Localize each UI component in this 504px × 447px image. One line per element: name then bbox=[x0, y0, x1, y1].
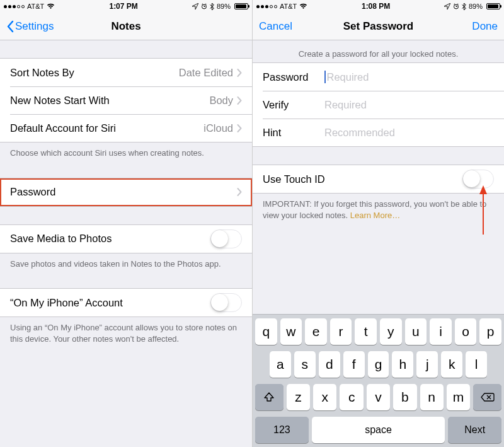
key-c[interactable]: c bbox=[340, 384, 363, 410]
shift-icon bbox=[263, 392, 275, 403]
field-label: Verify bbox=[263, 99, 324, 111]
bluetooth-icon bbox=[210, 3, 214, 10]
signal-dots-icon bbox=[256, 5, 277, 8]
password-input[interactable] bbox=[327, 71, 495, 83]
row-label: Password bbox=[10, 186, 55, 198]
field-label: Hint bbox=[263, 127, 324, 139]
keyboard: q w e r t y u i o p a s d f g h j k l bbox=[253, 314, 504, 447]
row-value: iCloud bbox=[203, 122, 233, 134]
battery-icon bbox=[486, 3, 500, 9]
phone-right: AT&T 1:08 PM 89% Cancel Set Password Don… bbox=[252, 0, 504, 447]
field-label: Password bbox=[263, 71, 324, 83]
row-label: Sort Notes By bbox=[10, 67, 74, 79]
row-default-account-siri[interactable]: Default Account for Siri iCloud bbox=[0, 114, 252, 142]
key-l[interactable]: l bbox=[466, 351, 487, 378]
key-t[interactable]: t bbox=[355, 318, 377, 345]
back-label: Settings bbox=[15, 20, 54, 33]
carrier-label: AT&T bbox=[280, 3, 297, 10]
key-o[interactable]: o bbox=[455, 318, 477, 345]
bluetooth-icon bbox=[462, 3, 466, 10]
key-f[interactable]: f bbox=[343, 351, 365, 378]
done-button[interactable]: Done bbox=[472, 20, 498, 33]
settings-content[interactable]: Sort Notes By Date Edited New Notes Star… bbox=[0, 40, 252, 447]
footer-on-my-iphone: Using an “On My iPhone” account allows y… bbox=[0, 317, 252, 352]
key-space[interactable]: space bbox=[312, 417, 445, 443]
key-z[interactable]: z bbox=[287, 384, 310, 410]
key-x[interactable]: x bbox=[313, 384, 336, 410]
toggle-on-my-iphone[interactable] bbox=[210, 293, 242, 312]
key-j[interactable]: j bbox=[416, 351, 438, 378]
nav-bar: Cancel Set Password Done bbox=[253, 13, 504, 40]
row-use-touch-id[interactable]: Use Touch ID bbox=[253, 165, 504, 193]
row-value: Date Edited bbox=[179, 67, 233, 79]
field-password[interactable]: Password bbox=[253, 63, 504, 91]
key-r[interactable]: r bbox=[330, 318, 352, 345]
key-u[interactable]: u bbox=[405, 318, 427, 345]
key-b[interactable]: b bbox=[393, 384, 416, 410]
cancel-button[interactable]: Cancel bbox=[259, 20, 292, 33]
footer-important: IMPORTANT: If you forget this password, … bbox=[253, 194, 504, 228]
chevron-right-icon bbox=[237, 69, 242, 77]
key-k[interactable]: k bbox=[441, 351, 462, 378]
alarm-icon bbox=[201, 3, 207, 9]
back-button[interactable]: Settings bbox=[6, 20, 54, 33]
row-sort-notes[interactable]: Sort Notes By Date Edited bbox=[0, 59, 252, 86]
row-new-notes-start[interactable]: New Notes Start With Body bbox=[0, 86, 252, 114]
row-label: “On My iPhone” Account bbox=[10, 297, 123, 309]
location-icon bbox=[444, 3, 450, 9]
signal-dots-icon bbox=[4, 5, 25, 8]
toggle-touch-id[interactable] bbox=[462, 170, 494, 189]
status-bar: AT&T 1:08 PM 89% bbox=[253, 0, 504, 13]
nav-bar: Settings Notes bbox=[0, 13, 252, 40]
row-save-media[interactable]: Save Media to Photos bbox=[0, 225, 252, 253]
learn-more-link[interactable]: Learn More… bbox=[350, 211, 400, 220]
key-delete[interactable] bbox=[473, 384, 501, 410]
row-label: Use Touch ID bbox=[263, 173, 325, 185]
row-password[interactable]: Password bbox=[0, 178, 252, 206]
footer-media: Save photos and videos taken in Notes to… bbox=[0, 253, 252, 277]
key-a[interactable]: a bbox=[270, 351, 291, 378]
alarm-icon bbox=[453, 3, 459, 9]
done-label: Done bbox=[472, 20, 498, 33]
battery-percent-label: 89% bbox=[217, 3, 231, 10]
phone-left: AT&T 1:07 PM 89% Settings Notes bbox=[0, 0, 252, 447]
cancel-label: Cancel bbox=[259, 20, 292, 33]
key-next[interactable]: Next bbox=[448, 417, 501, 443]
battery-percent-label: 89% bbox=[469, 3, 483, 10]
key-numbers[interactable]: 123 bbox=[255, 417, 309, 443]
set-password-content[interactable]: Create a password for all your locked no… bbox=[253, 40, 504, 314]
chevron-right-icon bbox=[237, 188, 242, 196]
key-w[interactable]: w bbox=[280, 318, 302, 345]
header-description: Create a password for all your locked no… bbox=[253, 40, 504, 62]
location-icon bbox=[192, 3, 198, 9]
row-label: Save Media to Photos bbox=[10, 233, 112, 245]
key-g[interactable]: g bbox=[368, 351, 389, 378]
row-value: Body bbox=[209, 95, 233, 107]
key-shift[interactable] bbox=[255, 384, 284, 410]
toggle-save-media[interactable] bbox=[210, 229, 242, 248]
key-d[interactable]: d bbox=[319, 351, 340, 378]
key-h[interactable]: h bbox=[392, 351, 413, 378]
status-bar: AT&T 1:07 PM 89% bbox=[0, 0, 252, 13]
key-s[interactable]: s bbox=[294, 351, 316, 378]
key-m[interactable]: m bbox=[447, 384, 470, 410]
key-p[interactable]: p bbox=[479, 318, 501, 345]
hint-input[interactable] bbox=[324, 127, 494, 139]
key-n[interactable]: n bbox=[420, 384, 444, 410]
row-on-my-iphone[interactable]: “On My iPhone” Account bbox=[0, 289, 252, 316]
footer-siri: Choose which account Siri uses when crea… bbox=[0, 142, 252, 166]
backspace-icon bbox=[481, 392, 495, 402]
battery-icon bbox=[234, 3, 248, 9]
wifi-icon bbox=[47, 3, 55, 9]
verify-input[interactable] bbox=[324, 99, 494, 111]
key-e[interactable]: e bbox=[305, 318, 327, 345]
field-verify[interactable]: Verify bbox=[253, 91, 504, 119]
key-q[interactable]: q bbox=[255, 318, 277, 345]
row-label: New Notes Start With bbox=[10, 95, 110, 107]
key-v[interactable]: v bbox=[367, 384, 390, 410]
keyboard-row: q w e r t y u i o p bbox=[255, 318, 501, 345]
key-i[interactable]: i bbox=[430, 318, 452, 345]
key-y[interactable]: y bbox=[380, 318, 402, 345]
keyboard-row: z x c v b n m bbox=[255, 384, 501, 410]
field-hint[interactable]: Hint bbox=[253, 119, 504, 146]
